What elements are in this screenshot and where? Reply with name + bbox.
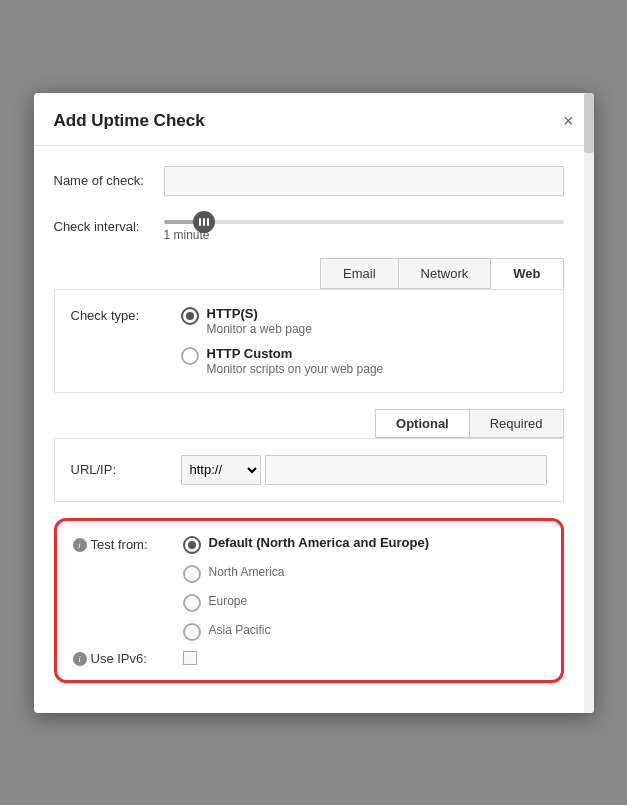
name-input-wrap bbox=[164, 166, 564, 196]
test-from-info-icon: i bbox=[73, 538, 87, 552]
radio-asia-pacific[interactable]: Asia Pacific bbox=[183, 622, 430, 641]
main-tabs: Email Network Web bbox=[54, 258, 564, 289]
highlight-section: i Test from: Default (North America and … bbox=[54, 518, 564, 683]
radio-https-text: HTTP(S) Monitor a web page bbox=[207, 306, 312, 336]
interval-row: Check interval: 1 minute bbox=[54, 212, 564, 242]
check-type-row: Check type: HTTP(S) Monitor a web page bbox=[71, 306, 547, 376]
ipv6-row: i Use IPv6: bbox=[73, 651, 545, 666]
radio-asia-pacific-text: Asia Pacific bbox=[209, 622, 271, 637]
radio-europe[interactable]: Europe bbox=[183, 593, 430, 612]
modal-title: Add Uptime Check bbox=[54, 111, 205, 131]
url-input[interactable] bbox=[265, 455, 547, 485]
radio-http-custom[interactable]: HTTP Custom Monitor scripts on your web … bbox=[181, 346, 384, 376]
radio-europe-circle bbox=[183, 594, 201, 612]
url-section: URL/IP: http:// https:// bbox=[54, 438, 564, 502]
tab-network[interactable]: Network bbox=[398, 258, 492, 289]
scrollbar-thumb[interactable] bbox=[584, 93, 594, 153]
ipv6-info-icon: i bbox=[73, 652, 87, 666]
sub-tab-optional[interactable]: Optional bbox=[375, 409, 470, 438]
interval-slider-wrap: 1 minute bbox=[164, 212, 564, 242]
radio-https-circle bbox=[181, 307, 199, 325]
slider-line-3 bbox=[207, 218, 209, 226]
name-label: Name of check: bbox=[54, 173, 164, 188]
interval-value: 1 minute bbox=[164, 228, 564, 242]
interval-slider[interactable]: 1 minute bbox=[164, 212, 564, 242]
interval-label: Check interval: bbox=[54, 219, 164, 234]
radio-north-america-circle bbox=[183, 565, 201, 583]
radio-default-text: Default (North America and Europe) bbox=[209, 535, 430, 550]
radio-asia-pacific-circle bbox=[183, 623, 201, 641]
name-row: Name of check: bbox=[54, 166, 564, 196]
check-type-section: Check type: HTTP(S) Monitor a web page bbox=[54, 289, 564, 393]
tab-email[interactable]: Email bbox=[320, 258, 399, 289]
test-from-label: i Test from: bbox=[73, 535, 183, 552]
radio-http-custom-text: HTTP Custom Monitor scripts on your web … bbox=[207, 346, 384, 376]
modal-header: Add Uptime Check × bbox=[34, 93, 594, 146]
modal-body: Name of check: Check interval: bbox=[34, 146, 594, 713]
slider-line-2 bbox=[203, 218, 205, 226]
sub-tab-required[interactable]: Required bbox=[469, 409, 564, 438]
url-row: URL/IP: http:// https:// bbox=[71, 455, 547, 485]
test-from-options: Default (North America and Europe) North… bbox=[183, 535, 430, 641]
ipv6-label: i Use IPv6: bbox=[73, 651, 183, 666]
close-button[interactable]: × bbox=[563, 112, 574, 130]
check-type-options: HTTP(S) Monitor a web page HTTP Custom M… bbox=[181, 306, 384, 376]
radio-north-america-text: North America bbox=[209, 564, 285, 579]
slider-thumb-lines bbox=[199, 218, 209, 226]
radio-https[interactable]: HTTP(S) Monitor a web page bbox=[181, 306, 384, 336]
slider-thumb[interactable] bbox=[193, 211, 215, 233]
radio-default[interactable]: Default (North America and Europe) bbox=[183, 535, 430, 554]
scrollbar-track[interactable] bbox=[584, 93, 594, 713]
tab-web[interactable]: Web bbox=[490, 258, 563, 289]
radio-europe-text: Europe bbox=[209, 593, 248, 608]
radio-http-custom-circle bbox=[181, 347, 199, 365]
radio-north-america[interactable]: North America bbox=[183, 564, 430, 583]
slider-line-1 bbox=[199, 218, 201, 226]
modal: Add Uptime Check × Name of check: Check … bbox=[34, 93, 594, 713]
url-label: URL/IP: bbox=[71, 462, 181, 477]
test-from-row: i Test from: Default (North America and … bbox=[73, 535, 545, 641]
protocol-select[interactable]: http:// https:// bbox=[181, 455, 261, 485]
ipv6-checkbox[interactable] bbox=[183, 651, 197, 665]
radio-default-circle bbox=[183, 536, 201, 554]
slider-track bbox=[164, 220, 564, 224]
check-type-label: Check type: bbox=[71, 306, 181, 323]
sub-tabs: Optional Required bbox=[54, 409, 564, 438]
name-input[interactable] bbox=[164, 166, 564, 196]
